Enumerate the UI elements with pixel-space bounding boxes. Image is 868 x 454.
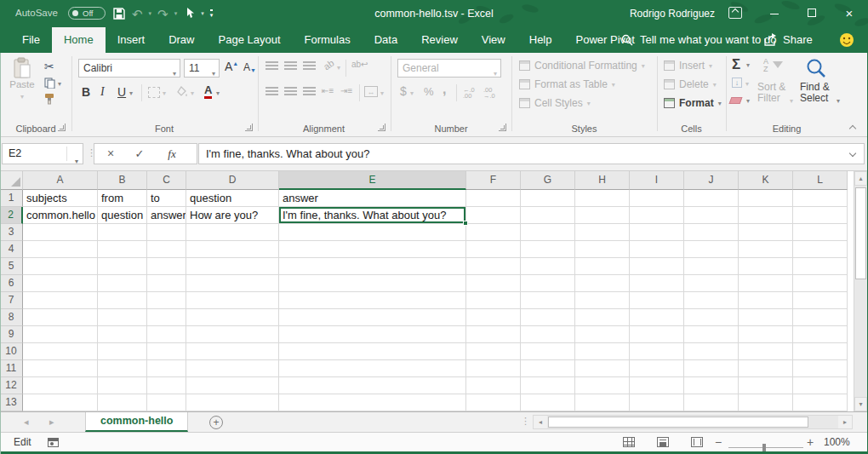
- row-header-12[interactable]: 12: [0, 377, 23, 394]
- cell-J9[interactable]: [684, 326, 739, 343]
- horizontal-scrollbar[interactable]: ◂ ▸: [533, 415, 853, 429]
- tab-page-layout[interactable]: Page Layout: [207, 27, 293, 53]
- font-color-dropdown-icon[interactable]: ▾: [216, 89, 220, 97]
- user-name[interactable]: Rodrigo Rodriguez: [630, 0, 715, 27]
- accounting-dropdown-icon[interactable]: ▾: [410, 89, 414, 97]
- cell-G5[interactable]: [521, 258, 575, 275]
- cell-B1[interactable]: from: [98, 190, 147, 207]
- cell-A12[interactable]: [23, 377, 98, 394]
- expand-formula-bar-icon[interactable]: [850, 151, 857, 158]
- tab-view[interactable]: View: [470, 27, 517, 53]
- cell-G2[interactable]: [521, 207, 575, 224]
- fill-color-icon[interactable]: [175, 86, 188, 98]
- font-name-combo[interactable]: Calibri▾: [78, 59, 180, 78]
- cell-A13[interactable]: [23, 394, 98, 411]
- ribbon-display-options-icon[interactable]: [728, 7, 742, 19]
- cell-B8[interactable]: [98, 309, 147, 326]
- cell-L7[interactable]: [793, 292, 848, 309]
- underline-button[interactable]: U: [117, 85, 126, 99]
- row-header-13[interactable]: 13: [0, 394, 23, 411]
- cell-F10[interactable]: [466, 343, 521, 360]
- column-header-G[interactable]: G: [521, 171, 575, 190]
- cell-G4[interactable]: [521, 241, 575, 258]
- column-header-B[interactable]: B: [98, 171, 147, 190]
- cell-I1[interactable]: [630, 190, 684, 207]
- cell-D7[interactable]: [186, 292, 279, 309]
- cell-C6[interactable]: [147, 275, 186, 292]
- tab-power-pivot[interactable]: Power Pivot: [564, 27, 647, 53]
- tab-review[interactable]: Review: [409, 27, 470, 53]
- font-size-combo[interactable]: 11▾: [184, 59, 220, 78]
- column-header-J[interactable]: J: [684, 171, 739, 190]
- italic-button[interactable]: I: [100, 85, 105, 99]
- sheet-prev-icon[interactable]: ◂: [24, 412, 29, 432]
- cell-I3[interactable]: [630, 224, 684, 241]
- cell-I12[interactable]: [630, 377, 684, 394]
- cell-E10[interactable]: [279, 343, 466, 360]
- cell-L10[interactable]: [793, 343, 848, 360]
- cell-E1[interactable]: answer: [279, 190, 466, 207]
- row-header-2[interactable]: 2: [0, 207, 23, 224]
- cell-L5[interactable]: [793, 258, 848, 275]
- tab-data[interactable]: Data: [363, 27, 409, 53]
- maximize-button[interactable]: [793, 0, 831, 27]
- row-header-6[interactable]: 6: [0, 275, 23, 292]
- cell-L2[interactable]: [793, 207, 848, 224]
- sheet-next-icon[interactable]: ▸: [49, 412, 54, 432]
- cell-K3[interactable]: [739, 224, 793, 241]
- cell-L12[interactable]: [793, 377, 848, 394]
- cell-J2[interactable]: [684, 207, 739, 224]
- increase-indent-icon[interactable]: ⇥≡: [340, 86, 352, 95]
- cell-J8[interactable]: [684, 309, 739, 326]
- page-layout-view-icon[interactable]: [657, 437, 669, 447]
- row-header-10[interactable]: 10: [0, 343, 23, 360]
- cell-E3[interactable]: [279, 224, 466, 241]
- scroll-down-icon[interactable]: ▾: [854, 397, 867, 411]
- cell-G12[interactable]: [521, 377, 575, 394]
- cell-J6[interactable]: [684, 275, 739, 292]
- cell-J7[interactable]: [684, 292, 739, 309]
- cell-E5[interactable]: [279, 258, 466, 275]
- cells-item-insert[interactable]: Insert▾: [664, 60, 712, 72]
- cell-B13[interactable]: [98, 394, 147, 411]
- cell-F9[interactable]: [466, 326, 521, 343]
- cell-E9[interactable]: [279, 326, 466, 343]
- cell-K8[interactable]: [739, 309, 793, 326]
- cell-F2[interactable]: [466, 207, 521, 224]
- fill-color-dropdown-icon[interactable]: ▾: [191, 89, 194, 97]
- minimize-button[interactable]: [756, 0, 793, 27]
- cell-K7[interactable]: [739, 292, 793, 309]
- cell-E13[interactable]: [279, 394, 466, 411]
- increase-decimal-icon[interactable]: ←.0 .00: [463, 87, 480, 99]
- cell-D1[interactable]: question: [186, 190, 279, 207]
- cell-K11[interactable]: [739, 360, 793, 377]
- cell-L9[interactable]: [793, 326, 848, 343]
- cell-H12[interactable]: [575, 377, 630, 394]
- select-all-corner[interactable]: [0, 171, 23, 190]
- cell-L11[interactable]: [793, 360, 848, 377]
- cell-L8[interactable]: [793, 309, 848, 326]
- orientation-dropdown-icon[interactable]: ▾: [337, 64, 340, 72]
- cell-A8[interactable]: [23, 309, 98, 326]
- styles-item-format-as-table[interactable]: Format as Table▾: [519, 78, 615, 90]
- zoom-level[interactable]: 100%: [824, 436, 850, 448]
- row-header-4[interactable]: 4: [0, 241, 23, 258]
- merge-center-dropdown-icon[interactable]: ▾: [380, 89, 384, 97]
- alignment-dialog-launcher-icon[interactable]: [378, 124, 385, 131]
- row-header-8[interactable]: 8: [0, 309, 23, 326]
- number-dialog-launcher-icon[interactable]: [499, 124, 506, 131]
- column-header-I[interactable]: I: [630, 171, 684, 190]
- cell-L3[interactable]: [793, 224, 848, 241]
- autosum-icon[interactable]: Σ: [732, 56, 740, 73]
- column-header-L[interactable]: L: [793, 171, 848, 190]
- tab-file[interactable]: File: [10, 27, 52, 53]
- cell-K9[interactable]: [739, 326, 793, 343]
- cell-B11[interactable]: [98, 360, 147, 377]
- normal-view-icon[interactable]: [623, 437, 635, 447]
- zoom-in-icon[interactable]: +: [807, 435, 814, 449]
- cell-K10[interactable]: [739, 343, 793, 360]
- cell-J13[interactable]: [684, 394, 739, 411]
- cell-I7[interactable]: [630, 292, 684, 309]
- tab-insert[interactable]: Insert: [106, 27, 157, 53]
- sort-filter-button[interactable]: Sort & Filter: [757, 82, 802, 104]
